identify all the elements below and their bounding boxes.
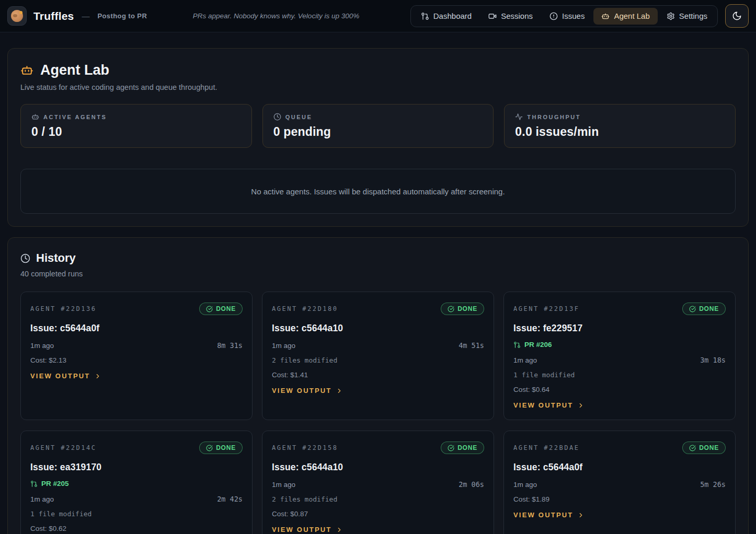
nav-item-icon (549, 12, 558, 20)
brand: Truffles — Posthog to PR (7, 6, 147, 26)
nav-item-icon (488, 12, 497, 20)
run-card: AGENT #22D14C DONE Issue: ea319170 PR #2… (20, 431, 253, 534)
nav-item[interactable]: Issues (542, 8, 592, 25)
view-output-label: VIEW OUTPUT (272, 526, 331, 533)
brand-separator: — (81, 11, 90, 20)
run-card-header: AGENT #22D158 DONE (272, 442, 484, 454)
run-card-header: AGENT #22D13F DONE (513, 303, 726, 315)
nav-item-label: Agent Lab (614, 12, 649, 20)
main-content: Agent Lab Live status for active coding … (0, 48, 756, 534)
stat-label: THROUGHPUT (515, 113, 725, 121)
stat-label-text: QUEUE (285, 114, 313, 120)
view-output-link[interactable]: VIEW OUTPUT (272, 387, 343, 394)
pr-link[interactable]: PR #206 (513, 341, 552, 349)
run-meta: 1m ago 2m 06s (272, 480, 484, 489)
run-duration: 2m 42s (217, 495, 243, 503)
run-timestamp: 1m ago (272, 342, 295, 350)
issue-title: Issue: ea319170 (30, 462, 243, 473)
git-pull-request-icon (30, 480, 38, 487)
stats-row: ACTIVE AGENTS 0 / 10 QUEUE 0 pending (20, 104, 736, 148)
stat-icon (31, 113, 39, 121)
nav-item[interactable]: Settings (659, 8, 715, 25)
view-output-link[interactable]: VIEW OUTPUT (272, 526, 343, 533)
nav-item-label: Sessions (501, 12, 533, 20)
view-output-link[interactable]: VIEW OUTPUT (513, 401, 585, 409)
status-badge-label: DONE (699, 444, 719, 451)
run-card: AGENT #22D158 DONE Issue: c5644a10 1m ag… (262, 431, 494, 534)
nav-item[interactable]: Sessions (480, 8, 541, 25)
run-timestamp: 1m ago (513, 356, 537, 364)
nav-item-label: Settings (679, 12, 707, 20)
run-timestamp: 1m ago (272, 481, 295, 489)
run-card-header: AGENT #22D180 DONE (272, 303, 484, 315)
stat-value: 0 pending (273, 125, 483, 139)
bot-icon (20, 64, 33, 77)
circle-check-icon (206, 445, 213, 451)
run-meta: 1m ago 3m 18s (513, 356, 726, 364)
run-duration: 5m 26s (700, 480, 726, 489)
nav-item[interactable]: Dashboard (413, 8, 479, 25)
issue-title: Issue: c5644a10 (272, 323, 484, 334)
agent-id: AGENT #22D158 (272, 444, 338, 451)
app-subtitle: Posthog to PR (97, 12, 147, 20)
run-timestamp: 1m ago (513, 481, 537, 489)
app-name: Truffles (33, 10, 74, 22)
run-card-header: AGENT #22BDAE DONE (513, 442, 726, 454)
run-meta: 1m ago 4m 51s (272, 341, 484, 350)
history-panel: History 40 completed runs AGENT #22D136 … (7, 237, 749, 534)
agent-lab-panel: Agent Lab Live status for active coding … (7, 48, 749, 227)
files-modified: 1 file modified (30, 510, 243, 518)
clock-icon (20, 253, 30, 263)
stat-label-text: ACTIVE AGENTS (43, 114, 107, 120)
stat-label: QUEUE (273, 113, 483, 121)
view-output-link[interactable]: VIEW OUTPUT (513, 511, 585, 519)
stat-label-text: THROUGHPUT (527, 114, 581, 120)
run-cost: Cost: $2.13 (30, 356, 243, 364)
issue-title: Issue: c5644a0f (30, 323, 243, 334)
run-card-header: AGENT #22D136 DONE (30, 303, 243, 315)
agent-lab-subtitle: Live status for active coding agents and… (20, 83, 736, 91)
run-timestamp: 1m ago (30, 495, 54, 503)
run-cost: Cost: $1.89 (513, 495, 726, 503)
nav-item-label: Issues (562, 12, 585, 20)
empty-state: No active agents. Issues will be dispatc… (20, 169, 736, 214)
stat-icon (515, 113, 523, 121)
main-nav: Dashboard Sessions Issues Agent Lab Sett… (410, 5, 718, 27)
agent-id: AGENT #22D13F (513, 305, 579, 312)
nav-item[interactable]: Agent Lab (593, 8, 657, 25)
circle-check-icon (448, 445, 454, 451)
view-output-label: VIEW OUTPUT (513, 401, 573, 409)
run-meta: 1m ago 8m 31s (30, 341, 243, 350)
run-duration: 2m 06s (459, 480, 484, 489)
circle-check-icon (689, 445, 696, 451)
truffles-logo[interactable] (7, 6, 27, 26)
stat-card: ACTIVE AGENTS 0 / 10 (20, 104, 252, 148)
nav-item-icon (601, 12, 610, 20)
run-cost: Cost: $0.87 (272, 510, 484, 518)
agent-id: AGENT #22BDAE (513, 444, 579, 451)
issue-title: Issue: fe229517 (513, 323, 726, 334)
status-badge-label: DONE (457, 305, 477, 312)
theme-toggle-button[interactable] (725, 4, 749, 28)
run-meta: 1m ago 2m 42s (30, 495, 243, 503)
history-title: History (20, 251, 736, 265)
agent-id: AGENT #22D14C (30, 444, 96, 451)
status-badge-label: DONE (699, 305, 719, 312)
files-modified: 2 files modified (272, 356, 484, 364)
run-card: AGENT #22BDAE DONE Issue: c5644a0f 1m ag… (503, 431, 736, 534)
circle-check-icon (448, 306, 454, 312)
nav-item-icon (421, 12, 429, 20)
stat-card: QUEUE 0 pending (262, 104, 494, 148)
view-output-link[interactable]: VIEW OUTPUT (30, 372, 101, 380)
run-duration: 3m 18s (700, 356, 726, 364)
status-badge-label: DONE (216, 444, 236, 451)
agent-lab-title: Agent Lab (20, 62, 736, 78)
history-subtitle: 40 completed runs (20, 270, 736, 278)
status-badge: DONE (441, 303, 484, 315)
pr-link[interactable]: PR #205 (30, 480, 69, 487)
stat-icon (273, 113, 281, 121)
agent-lab-title-text: Agent Lab (40, 62, 109, 78)
status-badge-label: DONE (216, 305, 236, 312)
files-modified: 2 files modified (272, 495, 484, 503)
nav-item-label: Dashboard (433, 12, 472, 20)
